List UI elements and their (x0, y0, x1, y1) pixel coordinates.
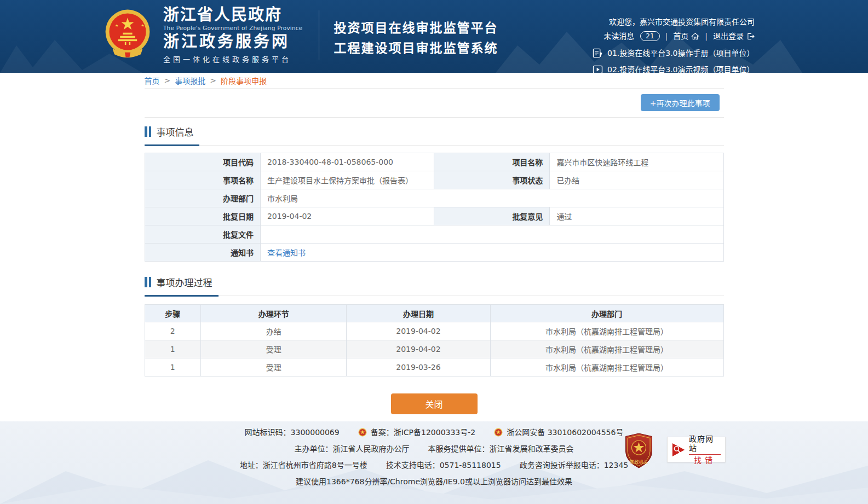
cell-step: 2 (145, 322, 201, 340)
error-badge-line2: 找错 (694, 456, 716, 465)
footer-lines: 网站标识码：3300000069 备案：浙ICP备12000333号-2 浙公网… (0, 421, 868, 490)
platform-title-block: 投资项目在线审批监管平台 工程建设项目审批监管系统 (334, 11, 498, 59)
item-info-title: 事项信息 (157, 125, 194, 138)
info-value: 嘉兴市市区快速路环线工程 (550, 153, 723, 171)
close-button-wrap: 关闭 (145, 393, 724, 414)
cell-link: 受理 (201, 358, 347, 376)
close-button[interactable]: 关闭 (391, 393, 478, 414)
manual-document-icon (593, 48, 603, 58)
item-info-table: 项目代码 2018-330400-48-01-058065-000 项目名称 嘉… (145, 153, 724, 262)
info-label: 批复意见 (434, 207, 549, 225)
cell-link: 办结 (201, 322, 347, 340)
cell-date: 2019-04-02 (347, 340, 490, 358)
logout-icon (746, 32, 755, 40)
table-row: 1 受理 2019-04-02 市水利局（杭嘉湖南排工程管理局） (145, 340, 723, 358)
info-label: 通知书 (145, 244, 260, 262)
toolbar: +再次办理此事项 (145, 89, 724, 117)
table-row: 办理部门 市水利局 (145, 189, 723, 207)
column-header: 步骤 (145, 305, 201, 322)
cell-step: 1 (145, 340, 201, 358)
column-header: 办理环节 (201, 305, 347, 322)
info-label: 项目代码 (145, 153, 260, 171)
info-value: 市水利局 (260, 189, 723, 207)
separator: | (665, 31, 668, 42)
website-error-report-badge[interactable]: 政府网站 找错 (667, 437, 726, 462)
welcome-text: 欢迎您，嘉兴市交通投资集团有限责任公司 (609, 16, 755, 27)
view-notice-link[interactable]: 查看通知书 (267, 248, 306, 257)
cell-dept: 市水利局（杭嘉湖南排工程管理局） (490, 322, 723, 340)
footer-row-4: 建议使用1366*768分辨率/Chrome浏览器/IE9.0或以上浏览器访问达… (0, 473, 868, 490)
manual-link-label: 01.投资在线平台3.0操作手册（项目单位） (607, 48, 755, 58)
tech-support-phone: 技术支持电话：0571-85118015 (386, 457, 501, 473)
service-provider: 本服务提供单位：浙江省发展和改革委员会 (428, 441, 574, 457)
info-value: 2019-04-02 (260, 207, 434, 225)
item-info-section-head: 事项信息 (145, 125, 724, 146)
browser-tip: 建议使用1366*768分辨率/Chrome浏览器/IE9.0或以上浏览器访问达… (296, 473, 572, 490)
cell-date: 2019-03-26 (347, 358, 490, 376)
unread-count-badge: 21 (640, 31, 659, 41)
item-info-section: 事项信息 项目代码 2018-330400-48-01-058065-000 项… (145, 125, 724, 262)
breadcrumb: 首页 > 事项报批 > 阶段事项申报 (145, 73, 724, 89)
error-badge-line1: 政府网站 (689, 435, 721, 453)
table-row: 批复文件 (145, 225, 723, 244)
national-emblem-logo (104, 9, 151, 61)
info-value: 生产建设项目水土保持方案审批（报告表） (260, 171, 434, 189)
info-value: 已办结 (550, 171, 723, 189)
security-record: 浙公网安备 33010602004556号 (494, 424, 623, 441)
video-link[interactable]: 02.投资在线平台3.0演示视频（项目单位） (593, 65, 755, 73)
gov-title: 浙江省人民政府 (163, 7, 302, 24)
column-header: 办理日期 (347, 305, 490, 322)
process-title: 事项办理过程 (157, 275, 212, 289)
footer-row-1: 网站标识码：3300000069 备案：浙ICP备12000333号-2 浙公网… (0, 424, 868, 441)
error-finder-magnifier-icon (672, 441, 685, 459)
portal-title: 浙江政务服务网 (163, 33, 302, 51)
section-bars-icon (145, 277, 151, 287)
organizer: 主办单位：浙江省人民政府办公厅 (295, 441, 410, 457)
info-value: 2018-330400-48-01-058065-000 (260, 153, 434, 171)
section-top-rule (145, 117, 724, 118)
info-value: 通过 (550, 207, 723, 225)
home-link[interactable]: 首页 (673, 31, 699, 42)
icp-link[interactable]: 备案：浙ICP备12000333号-2 (371, 424, 476, 441)
portal-subtitle: 全国一体化在线政务服务平台 (163, 54, 302, 64)
error-badge-texts: 政府网站 找错 (689, 435, 721, 465)
breadcrumb-home-link[interactable]: 首页 (145, 75, 160, 86)
table-row: 2 办结 2019-04-02 市水利局（杭嘉湖南排工程管理局） (145, 322, 723, 340)
unread-messages-link[interactable]: 未读消息 21 (603, 31, 659, 42)
breadcrumb-level2-link[interactable]: 事项报批 (175, 75, 205, 86)
security-link[interactable]: 浙公网安备 33010602004556号 (507, 424, 623, 441)
site-header: 浙江省人民政府 The People's Government of Zheji… (0, 0, 868, 73)
separator: | (705, 31, 708, 42)
emblem-badge-icon (358, 428, 367, 437)
table-row: 批复日期 2019-04-02 批复意见 通过 (145, 207, 723, 225)
platform-title-line2: 工程建设项目审批监管系统 (334, 38, 498, 59)
table-row: 通知书 查看通知书 (145, 244, 723, 262)
reapply-button[interactable]: +再次办理此事项 (641, 94, 720, 111)
complaint-phone: 政务咨询投诉举报电话：12345 (520, 457, 629, 473)
logout-link-label: 退出登录 (713, 31, 744, 42)
unread-label: 未读消息 (603, 31, 634, 42)
session-links: 未读消息 21 | 首页 | 退出登录 (603, 31, 755, 42)
footer-row-3: 地址：浙江省杭州市省府路8号一号楼 技术支持电话：0571-85118015 政… (0, 457, 868, 473)
party-gov-shield-badge[interactable]: 党政机关 (624, 433, 653, 468)
info-label: 批复文件 (145, 225, 260, 244)
section-bars-icon (145, 126, 151, 137)
footer-row-2: 主办单位：浙江省人民政府办公厅 本服务提供单位：浙江省发展和改革委员会 (0, 441, 868, 457)
logout-link[interactable]: 退出登录 (713, 31, 755, 42)
table-row: 事项名称 生产建设项目水土保持方案审批（报告表） 事项状态 已办结 (145, 171, 723, 189)
gov-subtitle: The People's Government of Zhejiang Prov… (163, 25, 302, 31)
info-label: 事项状态 (434, 171, 549, 189)
error-badge-rule (689, 454, 721, 455)
info-label: 办理部门 (145, 189, 260, 207)
video-link-label: 02.投资在线平台3.0演示视频（项目单位） (607, 65, 755, 73)
home-link-label: 首页 (673, 31, 688, 42)
cell-link: 受理 (201, 340, 347, 358)
header-divider (319, 10, 319, 60)
table-row: 1 受理 2019-03-26 市水利局（杭嘉湖南排工程管理局） (145, 358, 723, 376)
cell-dept: 市水利局（杭嘉湖南排工程管理局） (490, 340, 723, 358)
manual-link[interactable]: 01.投资在线平台3.0操作手册（项目单位） (593, 48, 755, 58)
process-section-head: 事项办理过程 (145, 275, 724, 296)
main-content: 首页 > 事项报批 > 阶段事项申报 +再次办理此事项 事项信息 项目代码 20… (145, 73, 724, 421)
info-label: 项目名称 (434, 153, 549, 171)
site-footer: 网站标识码：3300000069 备案：浙ICP备12000333号-2 浙公网… (0, 421, 868, 504)
